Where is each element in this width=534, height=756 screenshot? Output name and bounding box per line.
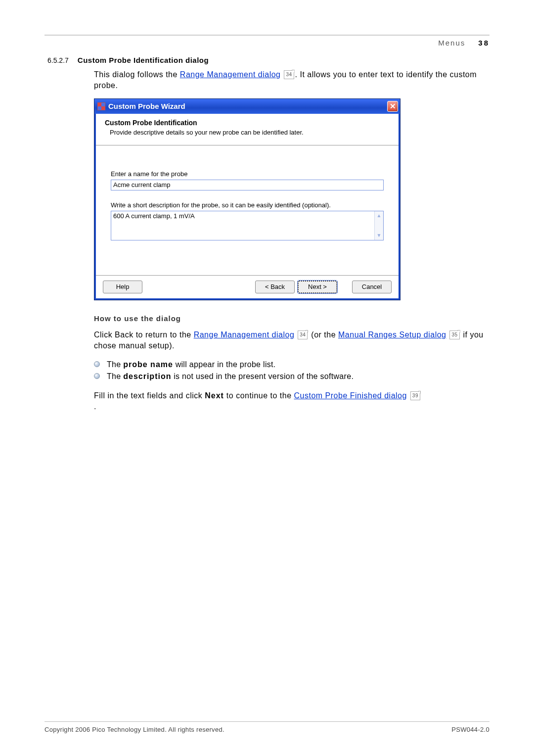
para3-mid: to continue to the — [224, 391, 294, 400]
page-header: Menus 38 — [44, 39, 490, 47]
cancel-button[interactable]: Cancel — [352, 281, 392, 293]
scroll-down-icon[interactable]: ▼ — [375, 231, 383, 240]
link-range-management-2[interactable]: Range Management dialog — [194, 331, 295, 339]
wizard-form: Enter a name for the probe Write a short… — [96, 145, 399, 275]
para3-bold: Next — [205, 391, 224, 400]
wizard-window: Custom Probe Wizard ✕ Custom Probe Ident… — [94, 98, 400, 300]
window-title: Custom Probe Wizard — [108, 102, 185, 110]
wizard-subdesc: Provide descriptive details so your new … — [110, 129, 390, 136]
help-button[interactable]: Help — [103, 281, 142, 293]
pageref-39[interactable]: 39 — [410, 391, 420, 400]
bullet1-rest: will appear in the probe list. — [173, 360, 276, 369]
bullet-icon — [94, 361, 100, 367]
textarea-scrollbar[interactable]: ▲ ▼ — [374, 211, 383, 240]
pageref-35[interactable]: 35 — [449, 331, 459, 339]
probe-desc-field: ▲ ▼ — [111, 211, 384, 240]
section-title: Custom Probe Identification dialog — [78, 56, 209, 64]
para-next: Fill in the text fields and click Next t… — [94, 390, 490, 413]
pageref-34-a[interactable]: 34 — [284, 70, 294, 79]
list-item: The probe name will appear in the probe … — [94, 359, 490, 371]
probe-name-label: Enter a name for the probe — [111, 170, 384, 178]
wizard-button-row: Help < Back Next > Cancel — [96, 275, 399, 298]
app-icon — [97, 102, 105, 110]
footer-copyright: Copyright 2006 Pico Technology Limited. … — [44, 726, 224, 733]
bullet1-pre: The — [107, 360, 123, 369]
section-number: 6.5.2.7 — [47, 56, 69, 64]
wizard-subheader: Custom Probe Identification Provide desc… — [96, 114, 399, 145]
header-section-label: Menus — [438, 39, 465, 47]
para-back: Click Back to return to the Range Manage… — [94, 330, 490, 352]
link-manual-ranges[interactable]: Manual Ranges Setup dialog — [338, 331, 446, 339]
probe-desc-label: Write a short description for the probe,… — [111, 201, 384, 209]
footer-docid: PSW044-2.0 — [451, 726, 490, 733]
probe-desc-textarea[interactable] — [111, 211, 374, 240]
para3-post: . — [94, 402, 96, 411]
probe-name-input[interactable] — [111, 180, 384, 190]
link-range-management-1[interactable]: Range Management dialog — [180, 70, 281, 79]
list-item: The description is not used in the prese… — [94, 371, 490, 382]
window-body: Custom Probe Identification Provide desc… — [94, 114, 400, 300]
para2-mid: (or the — [309, 331, 338, 339]
howto-heading: How to use the dialog — [94, 314, 490, 323]
next-button[interactable]: Next > — [298, 281, 337, 293]
intro-paragraph: This dialog follows the Range Management… — [94, 69, 490, 92]
wizard-subtitle: Custom Probe Identification — [105, 119, 390, 127]
link-custom-probe-finished[interactable]: Custom Probe Finished dialog — [294, 391, 407, 400]
bullet2-rest: is not used in the present version of th… — [171, 372, 354, 380]
bullet1-bold: probe name — [123, 360, 173, 369]
page-footer: Copyright 2006 Pico Technology Limited. … — [44, 721, 490, 733]
header-page-number: 38 — [478, 39, 490, 47]
para2-pre: Click Back to return to the — [94, 331, 194, 339]
titlebar: Custom Probe Wizard ✕ — [94, 99, 400, 114]
close-icon[interactable]: ✕ — [387, 101, 398, 112]
pageref-34-b[interactable]: 34 — [298, 331, 308, 339]
section-heading: 6.5.2.7 Custom Probe Identification dial… — [47, 56, 490, 64]
scroll-up-icon[interactable]: ▲ — [375, 211, 383, 220]
wizard-screenshot: Custom Probe Wizard ✕ Custom Probe Ident… — [94, 98, 490, 300]
bullet-list: The probe name will appear in the probe … — [94, 359, 490, 382]
intro-text-pre: This dialog follows the — [94, 70, 180, 79]
bullet2-pre: The — [107, 372, 123, 380]
bullet2-bold: description — [123, 372, 171, 380]
bullet-icon — [94, 373, 100, 379]
back-button[interactable]: < Back — [255, 281, 295, 293]
header-divider — [44, 35, 490, 36]
para3-pre: Fill in the text fields and click — [94, 391, 205, 400]
